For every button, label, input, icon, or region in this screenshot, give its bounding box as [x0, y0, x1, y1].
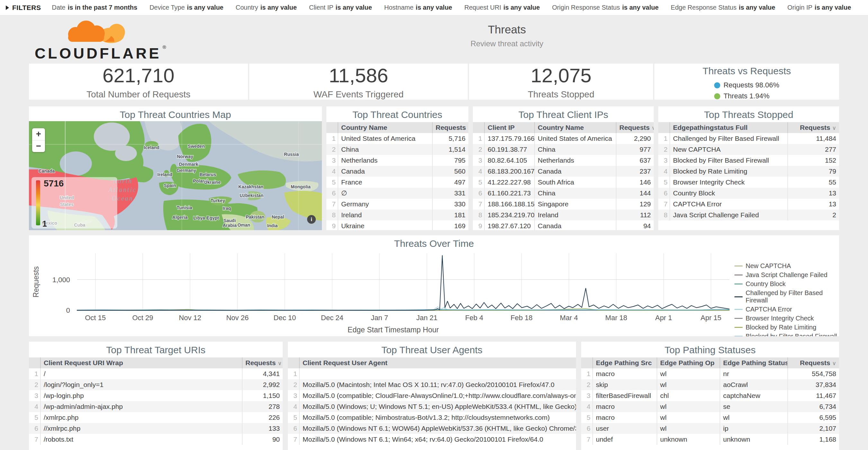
chart-legend-item[interactable]: New CAPTCHA: [734, 262, 838, 270]
column-header[interactable]: Edgepathingstatus Full: [670, 122, 788, 133]
stat-waf-events: 11,586 WAF Events Triggered: [249, 64, 468, 100]
column-header[interactable]: Country Name: [338, 122, 432, 133]
table-cell: 2,107: [788, 423, 839, 434]
map-zoom-in-button[interactable]: +: [32, 128, 45, 141]
svg-text:Apr 1: Apr 1: [655, 314, 672, 322]
table-cell: 181: [432, 210, 468, 220]
table-row: 3/wp-login.php1,150: [29, 390, 283, 401]
row-number-header: [581, 357, 593, 368]
table-cell: 37,834: [788, 379, 839, 390]
map-info-icon[interactable]: i: [307, 215, 316, 224]
table-cell: China: [534, 144, 616, 155]
table-cell: Mozilla/5.0 (Windows NT 6.1; Win64; x64;…: [300, 434, 576, 445]
filter-item[interactable]: Device Typeis any value: [149, 4, 223, 11]
filter-item-list: Dateis in the past 7 monthsDevice Typeis…: [52, 4, 862, 11]
chart-legend-item[interactable]: Java Script Challenge Failed: [734, 271, 838, 279]
filter-item[interactable]: Hostnameis any value: [384, 4, 452, 11]
row-number: 7: [658, 199, 670, 210]
table-cell: 1,168: [788, 434, 839, 445]
table-cell: /wp-login.php: [40, 390, 242, 401]
top-threat-user-agents-tile: Top Threat User Agents Client Request Us…: [288, 342, 576, 450]
tile-title: Threats vs Requests: [654, 64, 839, 77]
table-cell: 278: [242, 401, 283, 412]
table-row: 5France497: [327, 177, 468, 188]
chart-legend-item[interactable]: Blocked by Filter Based Firewall: [734, 333, 838, 336]
table-cell: Singapore: [534, 199, 616, 210]
map-country-label: Ireland: [157, 172, 172, 177]
table-cell: 55: [788, 177, 839, 188]
table-cell: China: [338, 144, 432, 155]
column-header[interactable]: Edge Pathing Src: [593, 357, 657, 368]
map-zoom-out-button[interactable]: −: [32, 141, 45, 152]
chart-legend-item[interactable]: CAPTCHA Error: [734, 306, 838, 313]
table-cell: Mozilla/5.0 (Windows; U; Windows NT 5.1;…: [300, 401, 576, 412]
table-cell: undef: [593, 434, 657, 445]
filter-item[interactable]: Client IPis any value: [309, 4, 372, 11]
column-header[interactable]: Edge Pathing Op: [657, 357, 720, 368]
table-cell: United States of America: [338, 133, 432, 144]
sort-chevron-down-icon: ∨: [468, 125, 468, 131]
filter-item[interactable]: Edge Response Statusis any value: [671, 4, 775, 11]
table-cell: 1,150: [242, 390, 283, 401]
map-country-label: India: [267, 223, 278, 228]
table-row: 5macrowlwl6,595: [581, 412, 839, 423]
filter-item[interactable]: Origin Response Statusis any value: [552, 4, 658, 11]
filters-toggle[interactable]: FILTERS: [6, 4, 41, 11]
table-cell: 977: [616, 144, 654, 155]
svg-text:Oct 15: Oct 15: [85, 314, 106, 322]
filter-item[interactable]: Request URIis any value: [465, 4, 540, 11]
column-header[interactable]: Country Name: [534, 122, 616, 133]
threats-over-time-chart[interactable]: Oct 15Oct 29Nov 12Nov 26Dec 10Dec 24Jan …: [29, 248, 768, 336]
table-row: 1/4,341: [29, 368, 283, 379]
chart-legend-item[interactable]: Country Block: [734, 280, 838, 288]
threat-map-tile: Top Threat Countries Map: [29, 107, 322, 230]
row-number: 5: [658, 177, 670, 188]
row-number-header: [658, 122, 670, 133]
table-cell: /robots.txt: [40, 434, 242, 445]
world-map[interactable]: CanadaUnitedStatesMexicoCubaIcelandSwede…: [29, 121, 322, 230]
row-number: 5: [473, 177, 485, 188]
table-row: 8Java Script Challenge Failed2: [658, 210, 839, 220]
chart-legend-item[interactable]: Challenged by Filter Based Firewall: [734, 289, 838, 304]
column-header[interactable]: Requests∨: [788, 122, 839, 133]
top-threat-countries-table: Country NameRequests∨1United States of A…: [327, 122, 468, 230]
column-header[interactable]: Client Request URI Wrap: [40, 357, 242, 368]
table-cell: 13: [788, 188, 839, 199]
column-header[interactable]: Edge Pathing Status: [720, 357, 788, 368]
column-header[interactable]: Requests∨: [788, 357, 839, 368]
table-cell: 5,716: [432, 133, 468, 144]
filter-item[interactable]: Countryis any value: [236, 4, 297, 11]
column-header[interactable]: Requests∨: [432, 122, 468, 133]
table-cell: 188.166.188.152: [485, 199, 534, 210]
table-cell: 11,467: [788, 390, 839, 401]
table-row: 8185.234.219.70Ireland112: [473, 210, 654, 220]
row-number: 4: [581, 401, 593, 412]
column-header[interactable]: Client Request User Agent: [300, 357, 576, 368]
row-number-header: [288, 357, 300, 368]
table-cell: ip: [720, 423, 788, 434]
filter-item[interactable]: Origin IPis any value: [787, 4, 851, 11]
table-cell: aoCrawl: [720, 379, 788, 390]
table-cell: wl: [720, 412, 788, 423]
map-color-legend: 5716 1: [31, 177, 117, 229]
svg-text:Mar 4: Mar 4: [560, 314, 578, 322]
table-cell: Browser Integrity Check: [670, 177, 788, 188]
table-cell: 331: [432, 188, 468, 199]
filter-item[interactable]: Dateis in the past 7 months: [52, 4, 137, 11]
table-cell: chl: [657, 390, 720, 401]
row-number: 9: [327, 220, 338, 230]
table-cell: captchaNew: [720, 390, 788, 401]
chart-legend-item[interactable]: Browser Integrity Check: [734, 315, 838, 322]
map-country-label: Iceland: [144, 145, 159, 150]
table-cell: 68.183.200.167: [485, 166, 534, 177]
table-row: 7CAPTCHA Error13: [658, 199, 839, 210]
table-row: 7undefunknownunknown1,168: [581, 434, 839, 445]
cloudflare-logo: CLOUDFLARE ®: [35, 17, 169, 62]
column-header[interactable]: Client IP: [485, 122, 534, 133]
column-header[interactable]: Requests∨: [242, 357, 283, 368]
table-cell: 133: [242, 423, 283, 434]
chart-legend-item[interactable]: Blocked by Rate Limiting: [734, 324, 838, 331]
column-header[interactable]: Requests∨: [616, 122, 654, 133]
table-row: 661.160.221.73China144: [473, 188, 654, 199]
table-cell: wl: [657, 401, 720, 412]
